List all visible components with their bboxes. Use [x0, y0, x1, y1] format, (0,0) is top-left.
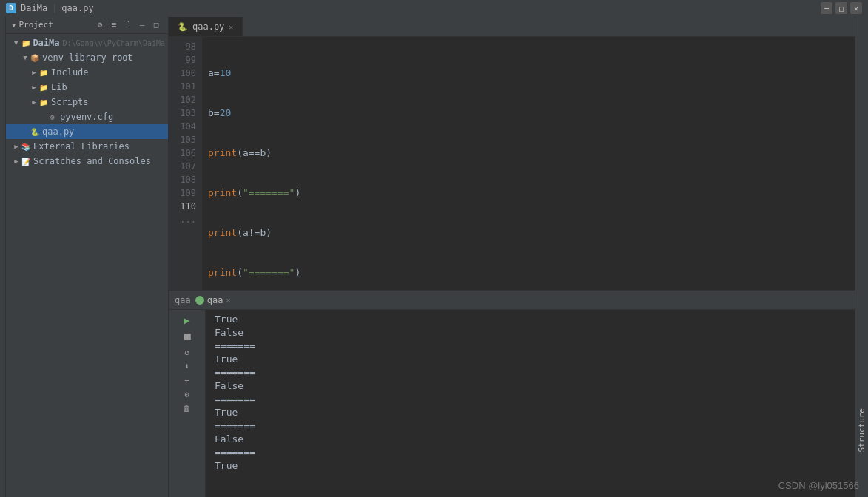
- tree-item-daima[interactable]: ▼ 📁 DaiMa D:\Gong\v\PyCharm\DaiMa: [6, 36, 168, 50]
- line-num-104: 104: [169, 120, 196, 133]
- output-line-3: =======: [215, 339, 849, 353]
- output-line-8: True: [215, 406, 849, 419]
- run-tab-label: qaa: [207, 295, 223, 305]
- tree-label-include: Include: [51, 67, 89, 78]
- output-line-12: True: [215, 459, 849, 473]
- run-play-btn[interactable]: ▶: [184, 314, 189, 326]
- line-num-102: 102: [169, 93, 196, 106]
- tab-close-btn[interactable]: ✕: [229, 23, 233, 31]
- tree-label-qaapy: qaa.py: [42, 126, 74, 137]
- tree-item-lib[interactable]: ▶ 📁 Lib: [6, 80, 168, 95]
- editor-tab-bar: 🐍 qaa.py ✕: [169, 16, 855, 37]
- folder-icon-include: 📁: [38, 67, 49, 78]
- title-bar: D DaiMa | qaa.py ─ □ ✕: [0, 0, 868, 16]
- tree-arrow-extlibs: ▶: [12, 142, 21, 151]
- run-close-output-btn[interactable]: 🗑: [183, 404, 191, 413]
- tree-item-pyvenv[interactable]: ⚙ pyvenv.cfg: [6, 109, 168, 124]
- project-panel: ▼ Project ⚙ ≡ ⋮ — □ ▼ 📁 DaiMa D:\Gong\v\…: [6, 16, 169, 497]
- maximize-button[interactable]: □: [835, 2, 847, 14]
- line-num-106: 106: [169, 146, 196, 160]
- panel-more-btn[interactable]: ⋮: [122, 19, 134, 31]
- tree-label-extlibs: External Libraries: [33, 141, 129, 152]
- panel-pin-btn[interactable]: □: [150, 19, 162, 31]
- tree-label-daima: DaiMa: [33, 38, 59, 48]
- tree-path-daima: D:\Gong\v\PyCharm\DaiMa: [63, 39, 165, 47]
- tree-item-scratches[interactable]: ▶ 📝 Scratches and Consoles: [6, 154, 168, 169]
- line-num-110: 110: [169, 200, 196, 213]
- tree-item-include[interactable]: ▶ 📁 Include: [6, 65, 168, 80]
- run-output: True False ======= True ======= False ==…: [206, 310, 855, 497]
- tree-label-lib: Lib: [51, 82, 67, 92]
- tree-arrow-daima: ▼: [12, 38, 21, 47]
- run-rerun-btn[interactable]: ↺: [184, 347, 189, 357]
- code-line-102: print(a!=b): [208, 226, 849, 240]
- tree-arrow-scratches: ▶: [12, 157, 21, 166]
- run-stop-btn[interactable]: ⏹: [182, 331, 192, 342]
- structure-panel[interactable]: Structure: [855, 16, 868, 497]
- tree-label-scripts: Scripts: [51, 97, 89, 107]
- line-num-99: 99: [169, 53, 196, 67]
- app-icon: D: [6, 3, 16, 13]
- line-num-100: 100: [169, 67, 196, 80]
- output-line-5: =======: [215, 366, 849, 379]
- tree-label-pyvenv: pyvenv.cfg: [60, 112, 113, 122]
- panel-close-btn[interactable]: —: [136, 19, 148, 31]
- tree-arrow-qaapy: [21, 127, 30, 136]
- left-activity-bar: [0, 16, 6, 497]
- title-bar-left: D DaiMa | qaa.py: [6, 3, 94, 13]
- tab-label-qaapy: qaa.py: [192, 21, 224, 32]
- output-line-6: False: [215, 379, 849, 393]
- output-line-9: =======: [215, 419, 849, 433]
- app-name: DaiMa: [21, 3, 47, 13]
- project-tree: ▼ 📁 DaiMa D:\Gong\v\PyCharm\DaiMa ▼ 📦 ve…: [6, 34, 168, 497]
- cfg-icon-pyvenv: ⚙: [47, 112, 58, 122]
- editor-tab-qaapy[interactable]: 🐍 qaa.py ✕: [169, 17, 243, 36]
- main-area: ▼ Project ⚙ ≡ ⋮ — □ ▼ 📁 DaiMa D:\Gong\v\…: [0, 16, 868, 497]
- line-num-109: 109: [169, 186, 196, 200]
- run-tab-close[interactable]: ✕: [226, 296, 230, 304]
- watermark: CSDN @lyl051566: [778, 480, 859, 491]
- structure-label[interactable]: Structure: [857, 408, 867, 453]
- folder-icon-daima: 📁: [21, 38, 31, 48]
- tree-label-venv: venv library root: [42, 53, 133, 63]
- tree-item-extlibs[interactable]: ▶ 📚 External Libraries: [6, 139, 168, 154]
- run-panel-body: ▶ ⏹ ↺ ⬇ ≡ ⚙ 🗑 True False ======= True ==…: [169, 310, 855, 497]
- code-editor[interactable]: 98 99 100 101 102 103 104 105 106 107 10…: [169, 37, 855, 290]
- code-content[interactable]: a=10 b=20 print(a==b) print("=======") p…: [202, 37, 855, 290]
- panel-settings-btn[interactable]: ⚙: [94, 19, 106, 31]
- tree-arrow-lib: ▶: [30, 83, 38, 92]
- code-line-100: print(a==b): [208, 146, 849, 160]
- line-numbers: 98 99 100 101 102 103 104 105 106 107 10…: [169, 37, 202, 290]
- run-panel-header: qaa qaa ✕: [169, 291, 855, 310]
- code-line-101: print("======="): [208, 186, 849, 200]
- run-settings-btn[interactable]: ⚙: [184, 390, 189, 399]
- line-num-107: 107: [169, 160, 196, 173]
- run-tab-active-icon: [195, 296, 204, 305]
- line-num-98: 98: [169, 40, 196, 53]
- line-num-103: 103: [169, 106, 196, 120]
- minimize-button[interactable]: ─: [821, 2, 832, 14]
- tree-arrow-venv: ▼: [21, 53, 30, 62]
- line-num-101: 101: [169, 80, 196, 93]
- line-num-105: 105: [169, 133, 196, 146]
- tree-item-venv[interactable]: ▼ 📦 venv library root: [6, 50, 168, 65]
- tab-py-icon: 🐍: [178, 22, 188, 32]
- output-line-1: True: [215, 313, 849, 326]
- panel-expand-btn[interactable]: ≡: [108, 19, 120, 31]
- tree-label-scratches: Scratches and Consoles: [33, 156, 151, 166]
- tree-arrow-scripts: ▶: [30, 98, 38, 106]
- tree-item-qaapy[interactable]: 🐍 qaa.py: [6, 124, 168, 139]
- watermark-text: CSDN @lyl051566: [778, 480, 859, 491]
- run-scroll-btn[interactable]: ⬇: [184, 362, 189, 371]
- code-line-99: b=20: [208, 106, 849, 120]
- close-button[interactable]: ✕: [850, 2, 862, 14]
- code-line-103: print("======="): [208, 266, 849, 280]
- line-num-108: 108: [169, 173, 196, 186]
- tree-arrow-include: ▶: [30, 68, 38, 77]
- tree-item-scripts[interactable]: ▶ 📁 Scripts: [6, 95, 168, 109]
- run-wrap-btn[interactable]: ≡: [184, 376, 189, 385]
- run-tab-qaa[interactable]: qaa ✕: [195, 295, 231, 305]
- code-line-98: a=10: [208, 67, 849, 80]
- window-controls[interactable]: ─ □ ✕: [821, 2, 862, 14]
- run-panel: qaa qaa ✕ ▶ ⏹ ↺ ⬇ ≡ ⚙: [169, 290, 855, 497]
